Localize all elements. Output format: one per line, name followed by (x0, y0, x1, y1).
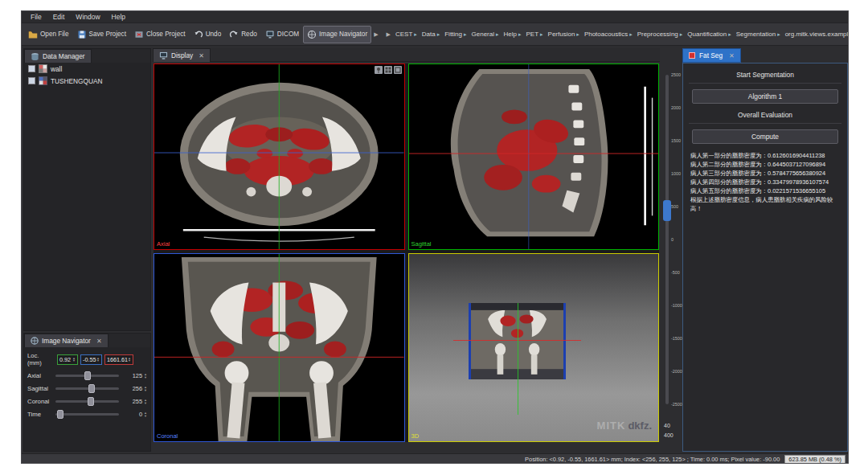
spin-arrows-icon[interactable] (96, 357, 100, 362)
menu-window[interactable]: Window (70, 13, 105, 21)
threed-sagittal-plane-line (518, 303, 518, 416)
spin-arrows-icon[interactable] (144, 386, 147, 391)
submenu-arrow-icon (680, 31, 683, 38)
image-node-icon (39, 64, 47, 73)
location-label: Loc. (mm) (27, 352, 55, 366)
level-tick: -1500 (671, 336, 682, 341)
toolbar-menu-preprocessing[interactable]: Preprocessing (635, 26, 686, 43)
sagittal-slider-value: 256 (133, 385, 142, 392)
mitk-application-window: File Edit Window Help Open File Save Pro… (21, 10, 849, 464)
submenu-arrow-icon (437, 31, 440, 38)
menu-help[interactable]: Help (106, 13, 131, 21)
spin-arrows-icon[interactable] (144, 412, 147, 417)
axial-view-label: Axial (157, 240, 170, 248)
toolbar-extension-arrow-icon[interactable] (371, 31, 380, 38)
algorithm-1-button[interactable]: Algorithm 1 (692, 89, 838, 104)
toolbar-extension-arrow2-icon[interactable] (384, 31, 393, 38)
close-tab-icon[interactable] (199, 52, 204, 59)
coronal-slider[interactable] (55, 400, 119, 403)
undo-button[interactable]: Undo (190, 26, 226, 43)
axial-view[interactable]: Axial (154, 63, 405, 250)
toolbar-menu-perfusion[interactable]: Perfusion (546, 26, 582, 43)
save-project-button[interactable]: Save Project (73, 26, 130, 43)
slider-handle[interactable] (88, 397, 94, 406)
toolbar-menu-data[interactable]: Data (420, 26, 442, 43)
menu-preprocessing-label: Preprocessing (637, 31, 678, 38)
slider-handle[interactable] (57, 410, 63, 419)
redo-button[interactable]: Redo (225, 26, 261, 43)
menu-fitting-label: Fitting (444, 31, 462, 38)
axial-slider-value: 125 (133, 372, 142, 379)
data-manager-panel: Data Manager wall TUSHENGQUAN (23, 48, 151, 331)
slider-handle[interactable] (84, 371, 91, 380)
close-tab-icon[interactable] (96, 338, 102, 345)
coronal-slider-row: Coronal 255 (27, 398, 147, 405)
result-line: 病人第一部分的脂肪密度为：0.6126016904411238 (690, 151, 840, 160)
result-line: 病人第三部分的脂肪密度为：0.5784775656380924 (690, 169, 840, 178)
menu-edit[interactable]: Edit (47, 13, 71, 21)
toolbar-menu-cest[interactable]: CEST (393, 26, 420, 43)
location-y-spinbox[interactable]: -0.55 (80, 354, 102, 365)
open-file-label: Open File (40, 31, 69, 38)
coronal-view[interactable]: Coronal (154, 253, 405, 442)
coronal-view-label: Coronal (157, 432, 178, 440)
image-navigator-panel: Image Navigator Loc. (mm) 0.92 -0.55 166… (23, 333, 151, 452)
toolbar-menu-general[interactable]: General (469, 26, 502, 43)
menu-file[interactable]: File (25, 13, 47, 21)
window-width-value[interactable]: 400 (664, 432, 674, 438)
sagittal-view[interactable]: Sagittal (408, 63, 660, 250)
spin-arrows-icon[interactable] (144, 373, 147, 379)
toolbar-menu-help[interactable]: Help (502, 26, 524, 43)
time-slider-row: Time 0 (27, 411, 147, 418)
fat-seg-tab[interactable]: Fat Seg (682, 48, 741, 63)
close-project-button[interactable]: Close Project (130, 26, 190, 43)
spin-arrows-icon[interactable] (144, 399, 147, 404)
dicom-button[interactable]: DICOM (261, 26, 303, 43)
toolbar-menu-quantification[interactable]: Quantification (685, 26, 733, 43)
spin-arrows-icon[interactable] (128, 357, 131, 362)
sagittal-slider-label: Sagittal (27, 385, 52, 392)
fat-seg-plugin-icon (689, 52, 695, 59)
toolbar-menu-fitting[interactable]: Fitting (442, 26, 469, 43)
level-tick: 1500 (671, 138, 681, 143)
visibility-checkbox[interactable] (28, 65, 35, 72)
time-slider[interactable] (55, 413, 119, 416)
location-row: Loc. (mm) 0.92 -0.55 1661.61 (27, 352, 147, 366)
sagittal-ct-image (409, 64, 659, 249)
data-node-label: wall (51, 65, 62, 73)
data-node-wall[interactable]: wall (24, 63, 150, 75)
image-navigator-tab[interactable]: Image Navigator (24, 334, 108, 347)
threed-view[interactable]: MITKdkfz. 3D (408, 253, 660, 442)
toolbar-menu-pet[interactable]: PET (523, 26, 545, 43)
visibility-checkbox[interactable] (28, 77, 35, 84)
spin-arrows-icon[interactable] (72, 357, 76, 362)
slider-handle[interactable] (88, 384, 95, 393)
submenu-arrow-icon (464, 31, 467, 38)
crosshair-pin-icon[interactable] (375, 66, 383, 74)
location-z-spinbox[interactable]: 1661.61 (104, 354, 133, 365)
data-node-tushengquan[interactable]: TUSHENGQUAN (24, 75, 150, 87)
maximize-icon[interactable] (394, 66, 402, 74)
open-file-button[interactable]: Open File (24, 26, 73, 43)
level-slider-handle[interactable] (663, 200, 671, 221)
location-x-spinbox[interactable]: 0.92 (57, 354, 78, 365)
layout-icon[interactable] (384, 66, 392, 74)
display-tab[interactable]: Display (153, 48, 211, 62)
coronal-slider-value: 255 (133, 398, 142, 405)
dicom-label: DICOM (277, 31, 299, 38)
sagittal-slider[interactable] (55, 387, 119, 390)
save-icon (77, 30, 87, 39)
toolbar-menu-segmentation[interactable]: Segmentation (734, 26, 783, 43)
toolbar-menu-photoacoustics[interactable]: Photoacoustics (582, 26, 635, 43)
undo-label: Undo (206, 31, 222, 38)
compute-button[interactable]: Compute (692, 129, 838, 144)
data-manager-tab[interactable]: Data Manager (24, 49, 92, 63)
close-tab-icon[interactable] (729, 52, 735, 59)
mitk-logo: MITK (597, 420, 626, 432)
image-navigator-button[interactable]: Image Navigator (303, 26, 371, 43)
menu-help-label: Help (504, 31, 517, 38)
window-level-value[interactable]: 40 (664, 423, 670, 428)
level-slider-track[interactable] (665, 75, 669, 404)
axial-slider[interactable] (55, 375, 119, 377)
toolbar-menu-example-views[interactable]: org.mitk.views.example (783, 26, 849, 43)
